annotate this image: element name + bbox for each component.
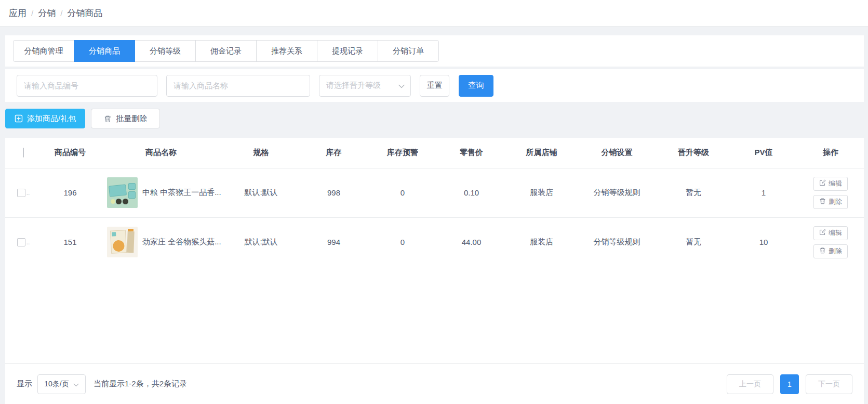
cell-product-name: 中粮 中茶猴王一品香... (142, 188, 221, 198)
header-spec: 规格 (223, 138, 299, 168)
header-select-all (5, 138, 42, 168)
breadcrumb-separator: / (60, 9, 62, 18)
table-row: .. 196 中粮 中茶猴王一品香... 默认:默认 (5, 168, 864, 217)
query-button[interactable]: 查询 (459, 75, 493, 97)
checkbox-suffix: .. (26, 239, 30, 246)
row-checkbox[interactable] (17, 189, 25, 197)
product-image (107, 227, 138, 257)
trash-icon (104, 115, 112, 123)
trash-icon (819, 247, 826, 255)
main-content: 分销商管理 分销商品 分销等级 佣金记录 推荐关系 提现记录 分销订单 请选择晋… (5, 35, 864, 404)
pager: 上一页 1 下一页 (727, 374, 852, 394)
cell-product-name: 劲家庄 全谷物猴头菇... (142, 237, 221, 247)
table-row: .. 151 劲家庄 全谷物猴头菇... 默认:默认 (5, 217, 864, 267)
batch-delete-button[interactable]: 批量删除 (91, 109, 160, 128)
tab-distributor-management[interactable]: 分销商管理 (13, 40, 74, 62)
header-distribution-setting: 分销设置 (577, 138, 657, 168)
trash-icon (819, 198, 826, 206)
page-size-label: 显示 (17, 379, 32, 389)
add-product-button[interactable]: 添加商品/礼包 (5, 109, 85, 128)
promotion-level-select[interactable]: 请选择晋升等级 (319, 75, 411, 97)
delete-label: 删除 (829, 197, 842, 206)
cell-pv: 1 (730, 168, 797, 217)
cell-shop: 服装店 (506, 217, 577, 267)
product-name-input[interactable] (166, 75, 310, 97)
header-stock-warning: 库存预警 (369, 138, 436, 168)
row-checkbox[interactable] (17, 238, 25, 246)
select-all-checkbox[interactable] (23, 148, 24, 158)
delete-button[interactable]: 删除 (813, 244, 848, 258)
prev-page-button[interactable]: 上一页 (727, 374, 773, 394)
cell-stock-warning: 0 (369, 168, 436, 217)
current-page-button[interactable]: 1 (780, 374, 799, 394)
batch-delete-label: 批量删除 (116, 114, 147, 124)
header-shop: 所属店铺 (506, 138, 577, 168)
cell-stock: 994 (299, 217, 369, 267)
filter-bar: 请选择晋升等级 重置 查询 (5, 69, 864, 102)
cell-product-id: 196 (42, 168, 99, 217)
cell-distribution-setting: 分销等级规则 (577, 217, 657, 267)
breadcrumb-bar: 应用 / 分销 / 分销商品 (0, 0, 868, 27)
reset-button[interactable]: 重置 (420, 75, 449, 97)
page-size-select[interactable]: 10条/页 (37, 374, 86, 394)
cell-pv: 10 (730, 217, 797, 267)
tab-group: 分销商管理 分销商品 分销等级 佣金记录 推荐关系 提现记录 分销订单 (13, 40, 864, 62)
cell-retail-price: 44.00 (436, 217, 506, 267)
tab-referral-relations[interactable]: 推荐关系 (256, 40, 317, 62)
plus-square-icon (15, 114, 23, 123)
products-table: 商品编号 商品名称 规格 库存 库存预警 零售价 所属店铺 分销设置 晋升等级 … (5, 138, 864, 267)
checkbox-suffix: .. (26, 189, 30, 197)
breadcrumb-item-distribution[interactable]: 分销 (38, 7, 56, 19)
distribution-products-page: 应用 / 分销 / 分销商品 分销商管理 分销商品 分销等级 佣金记录 推荐关系… (0, 0, 868, 404)
cell-product-id: 151 (42, 217, 99, 267)
edit-label: 编辑 (829, 179, 842, 188)
tab-distribution-orders[interactable]: 分销订单 (378, 40, 439, 62)
pagination-bar: 显示 10条/页 当前显示1-2条，共2条记录 上一页 1 下一页 (5, 363, 864, 404)
header-stock: 库存 (299, 138, 369, 168)
tabs-panel: 分销商管理 分销商品 分销等级 佣金记录 推荐关系 提现记录 分销订单 (5, 35, 864, 67)
tab-commission-records[interactable]: 佣金记录 (195, 40, 257, 62)
product-image (107, 177, 138, 208)
cell-distribution-setting: 分销等级规则 (577, 168, 657, 217)
page-size-value: 10条/页 (44, 380, 69, 389)
edit-icon (819, 229, 826, 237)
breadcrumb: 应用 / 分销 / 分销商品 (9, 7, 102, 19)
add-product-label: 添加商品/礼包 (27, 114, 76, 124)
edit-button[interactable]: 编辑 (813, 226, 848, 240)
cell-spec: 默认:默认 (223, 168, 299, 217)
edit-icon (819, 179, 826, 188)
header-product-name: 商品名称 (99, 138, 223, 168)
header-operations: 操作 (797, 138, 864, 168)
delete-label: 删除 (829, 246, 842, 256)
next-page-button[interactable]: 下一页 (806, 374, 852, 394)
cell-stock-warning: 0 (369, 217, 436, 267)
tab-distribution-products[interactable]: 分销商品 (74, 40, 135, 62)
products-table-panel: 商品编号 商品名称 规格 库存 库存预警 零售价 所属店铺 分销设置 晋升等级 … (5, 138, 864, 404)
header-promotion-level: 晋升等级 (657, 138, 730, 168)
pagination-summary: 当前显示1-2条，共2条记录 (94, 379, 187, 389)
delete-button[interactable]: 删除 (813, 195, 848, 209)
cell-shop: 服装店 (506, 168, 577, 217)
tab-distribution-levels[interactable]: 分销等级 (135, 40, 196, 62)
table-actions: 添加商品/礼包 批量删除 (5, 102, 864, 138)
cell-spec: 默认:默认 (223, 217, 299, 267)
edit-button[interactable]: 编辑 (813, 177, 848, 191)
cell-retail-price: 0.10 (436, 168, 506, 217)
breadcrumb-separator: / (31, 9, 33, 18)
chevron-down-icon (398, 81, 405, 90)
cell-promotion-level: 暂无 (657, 168, 730, 217)
promotion-level-select-placeholder: 请选择晋升等级 (326, 81, 381, 90)
cell-stock: 998 (299, 168, 369, 217)
table-header-row: 商品编号 商品名称 规格 库存 库存预警 零售价 所属店铺 分销设置 晋升等级 … (5, 138, 864, 168)
header-retail-price: 零售价 (436, 138, 506, 168)
header-pv: PV值 (730, 138, 797, 168)
breadcrumb-item-apps[interactable]: 应用 (9, 7, 26, 19)
cell-promotion-level: 暂无 (657, 217, 730, 267)
breadcrumb-item-distribution-products[interactable]: 分销商品 (67, 7, 102, 19)
product-id-input[interactable] (17, 75, 157, 97)
tab-withdrawal-records[interactable]: 提现记录 (317, 40, 378, 62)
chevron-down-icon (73, 380, 79, 388)
header-product-id: 商品编号 (42, 138, 99, 168)
edit-label: 编辑 (829, 228, 842, 238)
